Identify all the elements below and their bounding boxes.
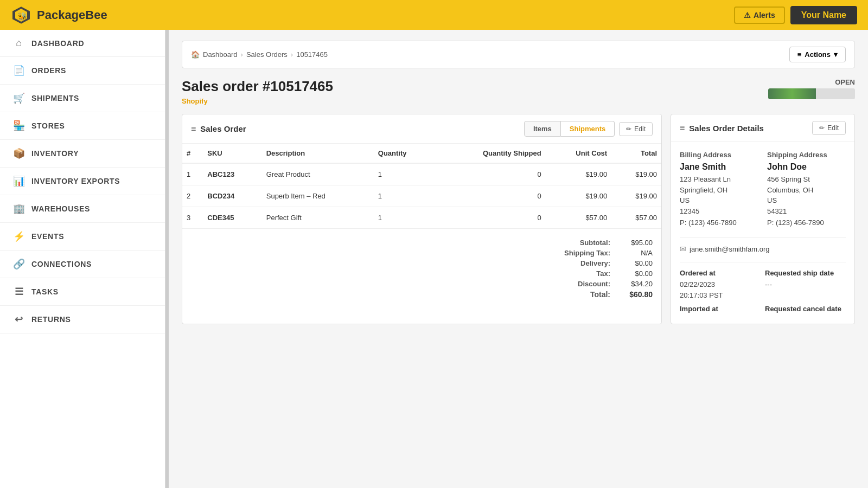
status-bar-fill (768, 88, 816, 99)
shipments-icon: 🛒 (13, 92, 25, 104)
orders-icon: 📄 (13, 65, 25, 76)
row-description: Perfect Gift (262, 207, 374, 229)
row-quantity-shipped: 0 (435, 185, 546, 207)
user-name-button[interactable]: Your Name (790, 6, 857, 24)
row-sku: ABC123 (203, 163, 261, 185)
requested-cancel-col: Requested cancel date (765, 305, 846, 315)
dates-grid: Ordered at 02/22/202320:17:03 PST Reques… (680, 269, 846, 315)
delivery-label: Delivery: (580, 259, 610, 267)
row-total: $57.00 (611, 207, 661, 229)
shipping-country: US (767, 195, 846, 206)
ordered-at-value: 02/22/202320:17:03 PST (680, 279, 761, 300)
so-edit-button[interactable]: ✏ Edit (619, 122, 653, 136)
shipping-tax-row: Shipping Tax: N/A (191, 248, 653, 258)
email-value: jane.smith@smithfam.org (690, 245, 770, 253)
details-card-title-area: ≡ Sales Order Details (680, 123, 764, 133)
page-title-area: Sales order #10517465 Shopify (182, 78, 333, 105)
sidebar-label-tasks: TASKS (31, 287, 59, 296)
imported-at-col: Imported at (680, 305, 761, 315)
sidebar-label-stores: STORES (31, 121, 65, 130)
edit-icon: ✏ (626, 125, 631, 133)
discount-label: Discount: (578, 280, 610, 288)
page-header: Sales order #10517465 Shopify OPEN (182, 78, 855, 105)
details-edit-button[interactable]: ✏ Edit (812, 121, 846, 135)
col-unit-cost: Unit Cost (546, 144, 612, 163)
row-unit-cost: $19.00 (546, 163, 612, 185)
billing-zip: 12345 (680, 206, 758, 217)
totals-area: Subtotal: $95.00 Shipping Tax: N/A Deliv… (182, 228, 661, 309)
billing-address-title: Billing Address (680, 151, 758, 159)
col-sku: SKU (203, 144, 261, 163)
sidebar-item-dashboard[interactable]: ⌂ DASHBOARD (0, 30, 165, 57)
detail-divider-1 (680, 237, 846, 238)
tasks-icon: ☰ (13, 286, 25, 298)
sidebar-label-inventory: INVENTORY (31, 149, 79, 158)
sidebar-item-shipments[interactable]: 🛒 SHIPMENTS (0, 85, 165, 112)
col-total: Total (611, 144, 661, 163)
shipping-tax-label: Shipping Tax: (564, 249, 610, 257)
detail-divider-2 (680, 262, 846, 262)
row-sku: BCD234 (203, 185, 261, 207)
breadcrumb-current: 10517465 (296, 50, 328, 59)
sidebar-item-orders[interactable]: 📄 ORDERS (0, 57, 165, 85)
tab-shipments[interactable]: Shipments (561, 121, 615, 137)
requested-ship-value: --- (765, 279, 846, 290)
so-table-body: 1 ABC123 Great Product 1 0 $19.00 $19.00… (182, 163, 661, 228)
actions-button[interactable]: ≡ Actions ▾ (789, 47, 846, 62)
shipping-address: Shipping Address John Doe 456 Spring St … (767, 151, 846, 227)
subtotal-label: Subtotal: (580, 239, 610, 247)
logo-icon: 🐝 (11, 5, 31, 25)
shipping-address-title: Shipping Address (767, 151, 846, 159)
events-icon: ⚡ (13, 230, 25, 242)
actions-label: Actions (805, 50, 831, 59)
sidebar-item-stores[interactable]: 🏪 STORES (0, 112, 165, 140)
tax-label: Tax: (596, 269, 610, 278)
sidebar-item-events[interactable]: ⚡ EVENTS (0, 223, 165, 251)
list-icon: ≡ (797, 50, 802, 59)
imported-at-label: Imported at (680, 305, 761, 313)
so-card-title-area: ≡ Sales Order (191, 124, 246, 134)
row-num: 1 (182, 163, 203, 185)
sidebar-item-returns[interactable]: ↩ RETURNS (0, 306, 165, 333)
row-quantity: 1 (374, 185, 435, 207)
sidebar-item-inventory[interactable]: 📦 INVENTORY (0, 140, 165, 168)
sidebar-item-tasks[interactable]: ☰ TASKS (0, 278, 165, 306)
tab-items[interactable]: Items (524, 121, 561, 137)
sidebar-item-warehouses[interactable]: 🏢 WAREHOUSES (0, 195, 165, 223)
row-quantity: 1 (374, 163, 435, 185)
subtotal-value: $95.00 (615, 239, 653, 247)
app-name: PackageBee (37, 8, 107, 22)
so-tabs: Items Shipments (524, 121, 615, 137)
so-card-header: ≡ Sales Order Items Shipments ✏ Edit (182, 114, 661, 144)
shipping-street: 456 Spring St (767, 174, 846, 185)
billing-phone: P: (123) 456-7890 (680, 219, 758, 227)
billing-name: Jane Smith (680, 162, 758, 172)
sales-order-card: ≡ Sales Order Items Shipments ✏ Edit (182, 114, 662, 324)
page-source[interactable]: Shopify (182, 97, 333, 105)
svg-text:🐝: 🐝 (17, 12, 27, 21)
breadcrumb-dashboard[interactable]: Dashboard (203, 50, 238, 59)
layout: ⌂ DASHBOARD 📄 ORDERS 🛒 SHIPMENTS 🏪 STORE… (0, 30, 868, 488)
alerts-button[interactable]: ⚠ Alerts (734, 7, 785, 24)
chevron-down-icon: ▾ (834, 50, 838, 59)
breadcrumb-sep-2: › (291, 50, 293, 59)
sidebar-item-inventory-exports[interactable]: 📊 INVENTORY EXPORTS (0, 168, 165, 195)
col-quantity-shipped: Quantity Shipped (435, 144, 546, 163)
sidebar-item-connections[interactable]: 🔗 CONNECTIONS (0, 251, 165, 278)
row-num: 2 (182, 185, 203, 207)
ordered-at-label: Ordered at (680, 269, 761, 277)
row-unit-cost: $19.00 (546, 185, 612, 207)
billing-address: Billing Address Jane Smith 123 Pleasant … (680, 151, 758, 227)
requested-cancel-label: Requested cancel date (765, 305, 846, 313)
breadcrumb-sales-orders[interactable]: Sales Orders (246, 50, 288, 59)
header-right: ⚠ Alerts Your Name (734, 6, 857, 24)
breadcrumb: 🏠 Dashboard › Sales Orders › 10517465 ≡ … (182, 41, 855, 68)
menu-icon: ≡ (191, 124, 196, 134)
row-total: $19.00 (611, 163, 661, 185)
inventory-icon: 📦 (13, 147, 25, 159)
breadcrumb-left: 🏠 Dashboard › Sales Orders › 10517465 (191, 50, 328, 59)
details-card: ≡ Sales Order Details ✏ Edit Billing Add… (671, 114, 855, 324)
stores-icon: 🏪 (13, 120, 25, 132)
connections-icon: 🔗 (13, 258, 25, 270)
total-label: Total: (590, 290, 610, 299)
